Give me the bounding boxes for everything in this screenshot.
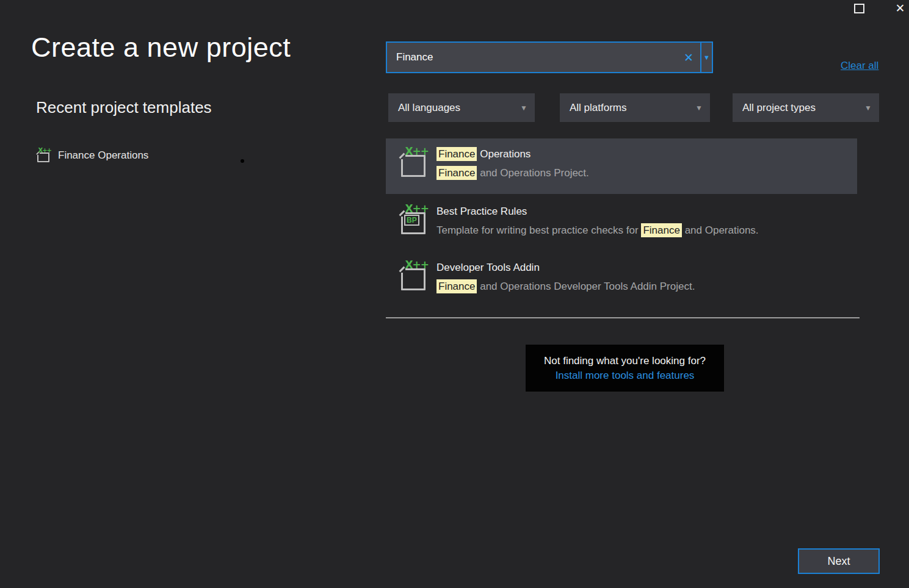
filter-label: All project types: [742, 102, 816, 114]
chevron-down-icon: ▼: [520, 104, 527, 112]
close-icon: ✕: [896, 2, 905, 14]
bp-badge: BP: [404, 215, 419, 226]
recent-item-finance-operations[interactable]: X++ Finance Operations: [37, 146, 220, 165]
xpp-project-icon: X++: [399, 260, 429, 292]
xpp-bp-project-icon: X++ BP: [399, 204, 429, 235]
chevron-down-icon: ▼: [864, 104, 872, 112]
search-box: ✕ ▼: [386, 41, 713, 73]
template-title: Finance Operations: [436, 148, 589, 160]
template-title: Best Practice Rules: [436, 205, 759, 218]
list-divider: [386, 317, 860, 318]
recent-item-label: Finance Operations: [58, 149, 148, 162]
template-row-best-practice-rules[interactable]: X++ BP Best Practice Rules Template for …: [386, 201, 857, 250]
template-row-developer-tools-addin[interactable]: X++ Developer Tools Addin Finance and Op…: [386, 257, 857, 306]
filter-all-platforms[interactable]: All platforms ▼: [560, 93, 710, 122]
search-match-highlight: Finance: [436, 166, 477, 180]
search-match-highlight: Finance: [436, 147, 477, 161]
search-match-highlight: Finance: [641, 223, 681, 237]
template-title: Developer Tools Addin: [436, 261, 695, 274]
close-button[interactable]: ✕: [891, 0, 909, 16]
not-finding-message: Not finding what you're looking for?: [544, 355, 706, 367]
next-button[interactable]: Next: [798, 548, 880, 574]
cursor-dot: [241, 159, 244, 163]
chevron-down-icon: ▼: [695, 104, 703, 112]
maximize-button[interactable]: [850, 1, 868, 16]
filter-label: All platforms: [570, 102, 627, 114]
create-new-project-dialog: ✕ Create a new project Recent project te…: [0, 0, 909, 588]
clear-all-link[interactable]: Clear all: [841, 60, 878, 72]
template-description: Finance and Operations Project.: [436, 167, 589, 179]
search-clear-icon[interactable]: ✕: [677, 43, 700, 72]
install-more-tools-link[interactable]: Install more tools and features: [556, 370, 695, 382]
search-match-highlight: Finance: [436, 279, 477, 293]
not-finding-panel: Not finding what you're looking for? Ins…: [526, 345, 724, 392]
template-row-finance-operations[interactable]: X++ Finance Operations Finance and Opera…: [386, 138, 857, 194]
template-description: Template for writing best practice check…: [436, 224, 759, 237]
search-dropdown-icon[interactable]: ▼: [700, 43, 712, 72]
xpp-project-icon: X++: [37, 148, 51, 163]
recent-templates-heading: Recent project templates: [36, 98, 212, 117]
search-input[interactable]: [387, 43, 677, 72]
template-description: Finance and Operations Developer Tools A…: [436, 280, 695, 293]
xpp-project-icon: X++: [399, 146, 429, 178]
filter-all-project-types[interactable]: All project types ▼: [733, 93, 879, 122]
filter-all-languages[interactable]: All languages ▼: [388, 93, 535, 122]
page-title: Create a new project: [31, 32, 291, 63]
filter-label: All languages: [398, 102, 460, 114]
maximize-icon: [854, 4, 864, 13]
